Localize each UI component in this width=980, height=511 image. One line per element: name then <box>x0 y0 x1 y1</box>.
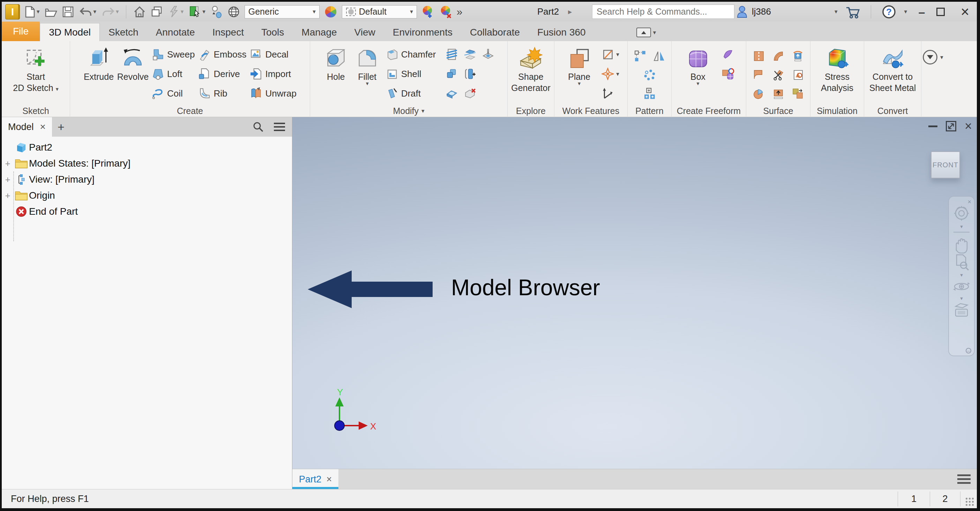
ribbon-options-button[interactable]: ▾ <box>923 50 943 65</box>
tab-3d-model[interactable]: 3D Model <box>40 23 100 41</box>
orbit-caret-icon[interactable]: ▾ <box>960 295 963 301</box>
browser-menu-icon[interactable] <box>273 122 286 132</box>
sculpt-surface-button[interactable] <box>751 85 767 103</box>
expand-icon[interactable]: + <box>2 174 14 185</box>
pan-hand-icon[interactable] <box>953 235 970 253</box>
redo-button[interactable]: ▾ <box>100 5 120 19</box>
combine-button[interactable] <box>444 65 460 83</box>
doc-close-button[interactable]: × <box>965 120 972 132</box>
import-button[interactable]: Import <box>248 65 298 83</box>
orbit-icon[interactable] <box>953 278 970 295</box>
tab-fusion-360[interactable]: Fusion 360 <box>528 24 595 41</box>
material-selector[interactable]: Generic ▾ <box>245 5 320 19</box>
move-bodies-button[interactable] <box>444 84 460 103</box>
undo-button[interactable]: ▾ <box>78 5 97 19</box>
toggle-state-button[interactable] <box>210 5 223 19</box>
plane-button[interactable]: Plane ▾ <box>562 45 596 86</box>
panel-label-convert[interactable]: Convert <box>864 105 921 117</box>
sketch-driven-pattern-button[interactable] <box>641 85 658 103</box>
thicken-surface-button[interactable] <box>770 85 787 103</box>
hole-button[interactable]: Hole <box>321 45 351 82</box>
stress-analysis-button[interactable]: Stress Analysis <box>815 45 860 93</box>
inventor-app-icon[interactable]: I <box>5 4 20 19</box>
tab-annotate[interactable]: Annotate <box>147 24 204 41</box>
offset-surface-button[interactable] <box>751 66 767 84</box>
work-axis-caret-icon[interactable]: ▾ <box>616 52 619 57</box>
mirror-button[interactable] <box>651 47 667 65</box>
doc-minimize-button[interactable] <box>928 125 937 127</box>
shape-generator-button[interactable]: Shape Generator <box>509 45 553 93</box>
view-cube-face-label[interactable]: FRONT <box>932 161 958 169</box>
tree-item-part2[interactable]: Part2 <box>2 140 292 156</box>
local-update-button[interactable]: ▾ <box>167 5 185 19</box>
extend-surface-button[interactable] <box>789 47 806 65</box>
tab-file[interactable]: File <box>2 22 40 41</box>
view-cube[interactable]: FRONT <box>931 151 960 178</box>
panel-label-surface[interactable]: Surface <box>746 105 810 117</box>
ucs-button[interactable] <box>599 84 616 103</box>
work-point-caret-icon[interactable]: ▾ <box>616 71 619 77</box>
convert-to-freeform-button[interactable] <box>720 65 737 83</box>
plane-caret-icon[interactable]: ▾ <box>578 82 581 86</box>
home-button[interactable] <box>132 5 146 19</box>
navbar-close-icon[interactable]: × <box>967 199 971 205</box>
panel-label-modify[interactable]: Modify▾ <box>310 105 507 117</box>
help-caret-icon[interactable]: ▾ <box>904 9 907 15</box>
update-caret-icon[interactable]: ▾ <box>181 9 184 15</box>
unwrap-button[interactable]: Unwrap <box>248 84 298 103</box>
tab-environments[interactable]: Environments <box>384 24 461 41</box>
rib-button[interactable]: Rib <box>197 84 248 103</box>
thicken-offset-button[interactable] <box>461 65 478 83</box>
doc-restore-button[interactable] <box>946 121 956 132</box>
document-tab-close-icon[interactable]: × <box>326 474 332 485</box>
store-cart-icon[interactable] <box>845 5 860 19</box>
search-box[interactable] <box>592 5 734 19</box>
tab-strip-menu-icon[interactable] <box>957 474 970 484</box>
expand-icon[interactable]: + <box>2 190 14 201</box>
navbar-minimize-icon[interactable]: – <box>966 348 971 354</box>
tree-item-model-states[interactable]: + Model States: [Primary] <box>2 156 292 171</box>
open-button[interactable] <box>44 5 58 19</box>
browser-tab-model[interactable]: Model × <box>2 117 52 136</box>
loft-button[interactable]: Loft <box>150 65 196 83</box>
help-icon[interactable]: ? <box>881 5 896 19</box>
tab-inspect[interactable]: Inspect <box>204 24 253 41</box>
browser-tab-close-icon[interactable]: × <box>40 121 46 132</box>
undo-caret-icon[interactable]: ▾ <box>94 9 97 15</box>
tab-view[interactable]: View <box>346 24 384 41</box>
panel-label-create[interactable]: Create <box>70 105 310 117</box>
revolve-button[interactable]: Revolve <box>116 45 150 82</box>
close-button[interactable]: × <box>958 5 972 19</box>
minimize-button[interactable]: – <box>915 6 929 18</box>
user-area[interactable]: lj386 <box>737 2 771 22</box>
stitch-surface-button[interactable] <box>751 47 767 65</box>
fillet-caret-icon[interactable]: ▾ <box>366 82 369 86</box>
look-at-icon[interactable] <box>953 302 970 319</box>
zoom-icon[interactable] <box>953 253 970 271</box>
derive-button[interactable]: Derive <box>197 65 248 83</box>
extrude-button[interactable]: Extrude <box>82 45 116 82</box>
browser-search-icon[interactable] <box>252 121 264 133</box>
tab-manage[interactable]: Manage <box>293 24 345 41</box>
search-input[interactable] <box>592 6 734 17</box>
panel-label-sketch[interactable]: Sketch <box>2 105 70 117</box>
steering-wheel-icon[interactable] <box>953 205 970 223</box>
chamfer-button[interactable]: Chamfer <box>384 45 438 63</box>
ribbon-display-toggle[interactable]: ▾ <box>636 24 656 41</box>
draft-button[interactable]: Draft <box>384 84 438 103</box>
tree-item-origin[interactable]: + Origin <box>2 187 292 203</box>
maximize-button[interactable] <box>936 8 950 16</box>
toolbar-overflow-icon[interactable]: » <box>457 6 463 18</box>
freeform-box-button[interactable]: Box ▾ <box>681 45 715 86</box>
rectangular-pattern-button[interactable] <box>632 47 649 65</box>
direct-edit-button[interactable] <box>480 45 496 63</box>
fillet-button[interactable]: Fillet ▾ <box>352 45 382 86</box>
tab-tools[interactable]: Tools <box>253 24 293 41</box>
sweep-button[interactable]: Sweep <box>150 45 196 63</box>
new-file-caret-icon[interactable]: ▾ <box>37 9 40 15</box>
freeform-box-caret-icon[interactable]: ▾ <box>696 82 699 86</box>
resize-grip[interactable] <box>965 497 974 506</box>
expand-icon[interactable]: + <box>2 158 14 169</box>
material-browser-button[interactable]: ▾ <box>188 5 206 19</box>
steering-wheel-caret-icon[interactable]: ▾ <box>960 224 963 229</box>
